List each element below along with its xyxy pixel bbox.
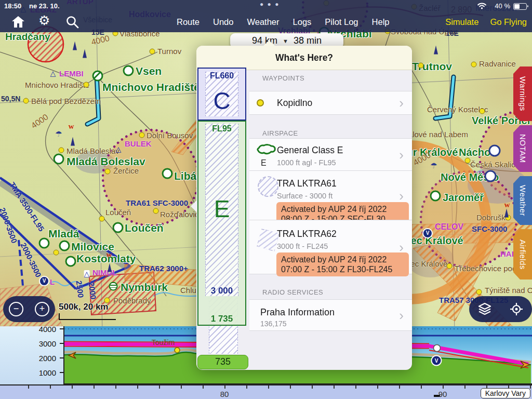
tab-notam[interactable]: NOTAM [513,125,532,172]
map-label: Poděbrady [113,297,151,304]
radio-row-praha-information[interactable]: Praha Information 136,175 › [249,299,412,331]
tab-airfields[interactable]: Airfields [513,229,532,280]
ground-elevation-box: 735 [197,355,248,369]
apt-icon [113,222,124,233]
tab-weather[interactable]: Weather [513,176,532,225]
nav-item-logs[interactable]: Logs [293,17,312,27]
map-label: Dolní Bousov [147,131,193,139]
class-c-letter: C [198,87,245,115]
heli-icon [489,145,501,157]
airspace-name: TRA LKTRA61 [277,178,337,189]
map-label: Žerčice [113,167,139,175]
airspace-name: General Class E [277,145,343,156]
distance-tick-label: 90 [438,390,447,398]
class-e-floor-label: 1 735 [198,314,245,324]
tri-w-icon: △ [84,270,90,277]
nav-item-route[interactable]: Route [177,17,200,27]
waypoints-section-header: WAYPOINTS [262,74,304,82]
map-label: Týniště nad Orlicí [485,286,532,294]
location-box: Karlovy Vary [481,388,530,398]
airspace-row-tra62[interactable]: TRA LKTRA62 3000 ft - FL245 Activated by… [249,220,412,274]
home-icon[interactable] [11,15,25,29]
tra-split-label: 3 000 [198,286,245,296]
apt-slash-icon [92,71,103,82]
upper-limit-label: FL660 [198,71,245,81]
altitude-tick-label: 3000 [39,339,56,348]
dot-icon [447,263,453,269]
map-label: Bělá pod Bezdězem [31,97,101,105]
svg-text:V: V [435,358,438,364]
apt-icon [54,154,64,165]
hatched-polygon-icon [256,228,280,251]
airspace-limits: Surface - 3000 ft [277,192,332,200]
chevron-down-icon[interactable]: ▼ [283,38,288,44]
class-e-block: FL95 E 3 000 1 735 [197,121,246,326]
boundary-label: FL95 [198,124,245,134]
tri-icon: △ [50,70,56,77]
vcircle-icon: V [39,276,49,286]
tab-warnings[interactable]: Warnings [513,66,532,121]
action-simulate[interactable]: Simulate [445,17,478,27]
radio-section-header: RADIO SERVICES [262,288,323,296]
airspace-row-tra61[interactable]: TRA LKTRA61 Surface - 3000 ft Activated … [249,170,412,221]
locate-icon[interactable] [510,302,523,316]
nav-bar: ⚙ RouteUndoWeatherLogsPilot LogHelp Simu… [0,11,532,32]
dot-icon [153,208,159,214]
battery-percent: 40 % [495,2,510,10]
search-icon[interactable] [65,15,79,29]
country-outline-icon [257,143,276,156]
waypoint-dot-icon [257,99,264,107]
map-label: 50,5N [1,95,20,102]
status-bar: 18:50 ne 23. 10. ● ● ● 40 % [0,0,532,11]
zoom-in-button[interactable]: + [35,302,49,316]
zoom-controls: − + [3,296,55,322]
map-label: Česká Skalice [470,161,520,168]
layers-icon[interactable] [478,302,491,316]
obst-icon [108,263,112,272]
dot-icon [150,49,155,55]
scale-label: 500k, 20 km [59,302,116,312]
wred-icon: W [107,252,112,258]
multitask-dots-icon: ● ● ● [260,1,280,8]
heli-icon [485,170,497,182]
dot-icon [54,250,59,256]
map-label: TRA61 SFC-3000 [126,199,188,207]
map-scale: 500k, 20 km [59,302,116,320]
map-label: Mnichovo Hradiště [25,81,89,89]
map-label: Nymburk [121,282,168,292]
hatched-circle-icon [258,176,278,197]
battery-icon [513,3,527,10]
apt-icon [162,168,173,179]
apt-icon [65,256,76,267]
map-tools [469,296,532,322]
tab-label: NOTAM [518,134,527,163]
nav-item-help[interactable]: Help [372,17,390,27]
obst-icon [83,49,87,58]
profile-distance-axis: Karlovy Vary 8090 [0,384,532,399]
nav-item-pilot-log[interactable]: Pilot Log [325,17,358,27]
map-label: BULEK [125,140,152,148]
map-label: Jaroměř [443,192,484,203]
waypoint-row-kopidlno[interactable]: Kopidlno › [249,91,412,115]
date: ne 23. 10. [29,2,60,10]
map-label: Mladá Boleslav [66,147,119,155]
nav-item-weather[interactable]: Weather [247,17,279,27]
dot-icon [59,148,64,153]
airspace-altitude-column: FL660 C FL95 E 3 000 1 735 735 [197,46,248,370]
airspace-row-class-e[interactable]: E General Class E 1000 ft agl - FL95 › [249,138,412,171]
activation-line1: Activated by AUP 24 říj 2022 [281,204,404,214]
zoom-out-button[interactable]: − [9,302,23,316]
gear-icon[interactable]: ⚙ [38,14,50,27]
dot-icon [418,63,424,69]
airspace-limits: 3000 ft - FL245 [277,242,328,250]
nav-item-undo[interactable]: Undo [213,17,233,27]
scircle-icon [109,282,118,291]
activation-notice: Activated by AUP 24 říj 2022 07:00 Z - 1… [276,252,409,276]
altitude-tick-label: 2000 [39,354,56,363]
airspace-section-header: AIRSPACE [262,129,298,137]
action-go-flying[interactable]: Go Flying [490,17,527,27]
dot-icon [139,132,145,138]
obst-icon [73,42,77,50]
map-label: LEMBI [59,70,84,77]
map-label: Hradčany [5,32,50,42]
